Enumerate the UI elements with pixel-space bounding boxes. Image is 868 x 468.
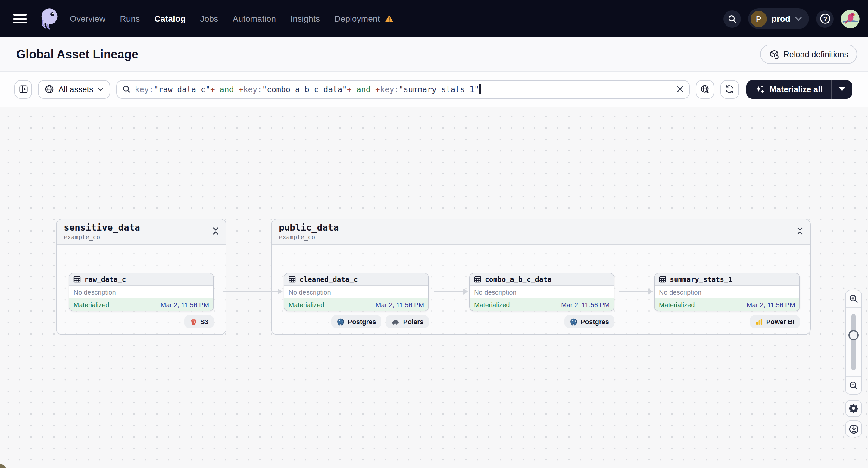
- table-icon: [474, 276, 481, 283]
- status-badge: Materialized: [659, 301, 695, 308]
- asset-name: raw_data_c: [84, 275, 126, 284]
- nav-item-insights[interactable]: Insights: [290, 14, 320, 24]
- nav-item-catalog[interactable]: Catalog: [155, 14, 186, 24]
- kind-badge-power-bi[interactable]: Power BI: [750, 315, 800, 328]
- clear-query-icon[interactable]: [677, 86, 684, 93]
- asset-node-raw-data-c[interactable]: raw_data_c No description Materialized M…: [69, 273, 214, 311]
- materialization-timestamp[interactable]: Mar 2, 11:56 PM: [160, 301, 209, 308]
- group-location: example_co: [64, 233, 219, 241]
- kind-badges-summary-stats-1: Power BI: [654, 315, 800, 328]
- graph-settings-button[interactable]: [845, 400, 862, 417]
- zoom-out-icon: [849, 381, 858, 390]
- nav-item-deployment[interactable]: Deployment: [334, 14, 394, 24]
- status-badge: Materialized: [73, 301, 109, 308]
- collapse-group-icon[interactable]: [213, 227, 219, 235]
- group-name: public_data: [279, 222, 803, 233]
- reload-definitions-label: Reload definitions: [783, 50, 848, 59]
- collapse-group-icon[interactable]: [797, 227, 803, 235]
- kind-badge-postgres[interactable]: Postgres: [332, 315, 381, 328]
- group-header: sensitive_data example_co: [57, 219, 226, 245]
- asset-node-combo-a-b-c-data[interactable]: combo_a_b_c_data No description Material…: [469, 273, 614, 311]
- postgres-icon: [570, 318, 578, 325]
- kind-badge-s3[interactable]: S3: [184, 315, 214, 328]
- environment-switcher[interactable]: P prod: [748, 8, 809, 29]
- warning-icon: [384, 14, 394, 23]
- asset-node-cleaned-data-c[interactable]: cleaned_data_c No description Materializ…: [284, 273, 429, 311]
- edge-cleaned-to-combo: [434, 291, 464, 292]
- reload-definitions-button[interactable]: Reload definitions: [760, 44, 857, 64]
- materialize-all-label: Materialize all: [770, 85, 823, 94]
- asset-description: No description: [655, 286, 799, 298]
- materialize-all-button[interactable]: Materialize all: [746, 80, 831, 98]
- zoom-out-button[interactable]: [846, 377, 861, 394]
- search-icon: [727, 14, 737, 23]
- select-all-related-button[interactable]: [696, 80, 714, 98]
- kind-badges-raw-data-c: S3: [69, 315, 214, 328]
- asset-node-header: combo_a_b_c_data: [470, 274, 614, 286]
- nav-item-runs[interactable]: Runs: [120, 14, 140, 24]
- global-search-button[interactable]: [723, 10, 741, 27]
- download-icon: [848, 424, 859, 434]
- zoom-controls: [845, 290, 862, 395]
- refresh-graph-button[interactable]: [720, 80, 739, 98]
- asset-node-header: summary_stats_1: [655, 274, 799, 286]
- nav-item-jobs[interactable]: Jobs: [200, 14, 218, 24]
- materialization-timestamp[interactable]: Mar 2, 11:56 PM: [561, 301, 610, 308]
- materialize-all-split-button: Materialize all: [746, 80, 852, 98]
- kind-badge-polars[interactable]: Polars: [386, 315, 429, 328]
- nav-item-overview[interactable]: Overview: [70, 14, 105, 24]
- help-button[interactable]: ?: [816, 10, 834, 27]
- table-icon: [659, 276, 666, 283]
- s3-icon: [189, 318, 197, 325]
- zoom-in-button[interactable]: [846, 290, 861, 307]
- download-graph-button[interactable]: [845, 420, 862, 437]
- asset-node-summary-stats-1[interactable]: summary_stats_1 No description Materiali…: [654, 273, 800, 311]
- gear-icon: [849, 404, 858, 413]
- power-bi-icon: [755, 318, 763, 325]
- kind-badge-postgres[interactable]: Postgres: [564, 315, 614, 328]
- zoom-slider-track: [851, 314, 856, 370]
- menu-icon[interactable]: [13, 14, 27, 24]
- kind-badge-label: Polars: [403, 318, 424, 325]
- kind-badge-label: Postgres: [581, 318, 609, 325]
- lineage-toolbar: All assets key:"raw_data_c"+ and +key:"c…: [0, 72, 868, 107]
- asset-name: summary_stats_1: [670, 275, 733, 284]
- kind-badges-combo-a-b-c-data: Postgres: [469, 315, 614, 328]
- corner-chip: [0, 464, 6, 468]
- kind-badge-label: S3: [200, 318, 209, 325]
- kind-badge-label: Postgres: [348, 318, 376, 325]
- lineage-query-input[interactable]: key:"raw_data_c"+ and +key:"combo_a_b_c_…: [116, 80, 690, 98]
- dagster-logo-icon[interactable]: [37, 7, 60, 30]
- nav-item-automation[interactable]: Automation: [233, 14, 276, 24]
- page-title: Global Asset Lineage: [16, 47, 138, 61]
- asset-scope-dropdown[interactable]: All assets: [38, 80, 110, 98]
- chevron-down-icon: [795, 17, 802, 21]
- edge-combo-to-summary: [619, 291, 649, 292]
- nav-item-deployment-label: Deployment: [334, 14, 380, 24]
- page-header: Global Asset Lineage Reload definitions: [0, 37, 868, 72]
- environment-avatar: P: [750, 10, 767, 27]
- panel-toggle-icon: [19, 84, 28, 94]
- zoom-slider[interactable]: [846, 307, 861, 377]
- group-location: example_co: [279, 233, 803, 241]
- asset-description: No description: [470, 286, 614, 298]
- materialization-timestamp[interactable]: Mar 2, 11:56 PM: [376, 301, 424, 308]
- user-avatar[interactable]: [841, 9, 860, 28]
- expand-panel-button[interactable]: [14, 80, 32, 98]
- asset-scope-label: All assets: [58, 85, 93, 94]
- table-icon: [288, 276, 296, 283]
- asset-node-header: cleaned_data_c: [284, 274, 428, 286]
- kind-badge-label: Power BI: [766, 318, 795, 325]
- query-text: key:"raw_data_c"+ and +key:"combo_a_b_c_…: [135, 84, 672, 94]
- materialization-timestamp[interactable]: Mar 2, 11:56 PM: [747, 301, 795, 308]
- table-icon: [73, 276, 81, 283]
- asset-status-bar: Materialized Mar 2, 11:56 PM: [69, 298, 213, 311]
- group-header: public_data example_co: [272, 219, 810, 245]
- asset-status-bar: Materialized Mar 2, 11:56 PM: [284, 298, 428, 311]
- group-name: sensitive_data: [64, 222, 219, 233]
- reload-definitions-icon: [769, 49, 779, 59]
- materialize-options-button[interactable]: [832, 80, 852, 98]
- asset-node-header: raw_data_c: [69, 274, 213, 286]
- lineage-canvas[interactable]: sensitive_data example_co public_data ex…: [0, 107, 868, 468]
- zoom-slider-handle[interactable]: [848, 330, 859, 340]
